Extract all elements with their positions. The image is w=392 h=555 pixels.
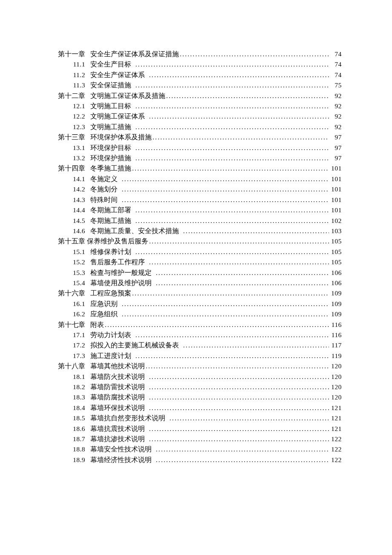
toc-entry-title: 工程应急预案 (90, 288, 131, 298)
toc-leader-dots (149, 403, 329, 413)
toc-entry-number: 12.1 (51, 101, 85, 111)
toc-entry-page: 109 (330, 299, 342, 309)
toc-entry-number: 16.1 (51, 299, 85, 309)
toc-section-entry: 18.7幕墙抗渗技术说明122 (51, 434, 342, 444)
toc-entry-number: 12.2 (51, 111, 85, 121)
toc-entry-number: 17.1 (51, 330, 85, 340)
toc-entry-number: 18.6 (51, 424, 85, 434)
toc-entry-number: 第十六章 (51, 288, 85, 298)
toc-entry-page: 101 (330, 205, 342, 215)
toc-section-entry: 18.5幕墙抗自然变形技术说明121 (51, 413, 342, 423)
toc-entry-title: 拟投入的主要施工机械设备表 (90, 340, 182, 350)
toc-entry-title: 冬施划分 (90, 184, 121, 194)
table-of-contents: 第十一章安全生产保证体系及保证措施7411.1安全生产目标7411.2安全生产保… (51, 49, 342, 465)
toc-entry-number: 18.7 (51, 434, 85, 444)
toc-section-entry: 18.1幕墙防火技术说明120 (51, 372, 342, 382)
toc-entry-number: 14.6 (51, 226, 85, 236)
toc-leader-dots (156, 278, 329, 288)
toc-leader-dots (180, 49, 329, 59)
toc-section-entry: 12.2文明施工保证体系92 (51, 111, 342, 121)
toc-entry-page: 120 (330, 372, 342, 382)
toc-entry-page: 92 (330, 101, 342, 111)
toc-entry-page: 92 (330, 122, 342, 132)
toc-entry-number: 18.4 (51, 403, 85, 413)
toc-entry-title: 环境保护体系及措施 (90, 132, 152, 142)
toc-leader-dots (149, 424, 329, 434)
toc-entry-number: 14.4 (51, 205, 85, 215)
toc-section-entry: 18.8幕墙安全性技术说明122 (51, 444, 342, 454)
toc-leader-dots (149, 257, 329, 267)
toc-section-entry: 14.3特殊时间101 (51, 195, 342, 205)
toc-entry-number: 15.2 (51, 257, 85, 267)
toc-entry-number: 14.5 (51, 216, 85, 226)
toc-entry-title: 幕墙抗渗技术说明 (90, 434, 148, 444)
toc-chapter-entry: 第十七章附表116 (51, 320, 342, 330)
toc-leader-dots (149, 111, 329, 121)
toc-section-entry: 13.2环境保护措施97 (51, 153, 342, 163)
toc-section-entry: 16.1应急识别109 (51, 299, 342, 309)
toc-section-entry: 18.4幕墙环保技术说明121 (51, 403, 342, 413)
toc-entry-title: 文明施工保证体系及措施 (90, 91, 165, 101)
toc-section-entry: 14.4冬期施工部署101 (51, 205, 342, 215)
toc-entry-number: 18.2 (51, 382, 85, 392)
toc-entry-page: 97 (330, 132, 342, 142)
toc-section-entry: 11.2安全生产保证体系74 (51, 70, 342, 80)
toc-entry-number: 12.3 (51, 122, 85, 132)
toc-entry-page: 74 (330, 49, 342, 59)
toc-leader-dots (135, 59, 329, 69)
toc-entry-page: 101 (330, 184, 342, 194)
toc-leader-dots (183, 340, 329, 350)
toc-entry-page: 119 (330, 351, 342, 361)
toc-entry-page: 92 (330, 111, 342, 121)
toc-chapter-entry: 第十六章工程应急预案109 (51, 288, 342, 298)
toc-section-entry: 17.1劳动力计划表116 (51, 330, 342, 340)
toc-leader-dots (135, 247, 329, 257)
toc-leader-dots (122, 184, 329, 194)
toc-section-entry: 17.3施工进度计划119 (51, 351, 342, 361)
toc-entry-page: 121 (330, 424, 342, 434)
toc-chapter-entry: 第十五章保养维护及售后服务105 (51, 236, 342, 246)
toc-leader-dots (122, 309, 329, 319)
toc-entry-title: 劳动力计划表 (90, 330, 135, 340)
toc-entry-title: 幕墙防腐技术说明 (90, 392, 148, 402)
toc-section-entry: 18.2幕墙防雷技术说明120 (51, 382, 342, 392)
toc-entry-title: 环境保护措施 (90, 153, 135, 163)
toc-entry-page: 122 (330, 434, 342, 444)
toc-leader-dots (146, 361, 329, 371)
toc-entry-page: 105 (330, 257, 342, 267)
toc-entry-title: 幕墙经济性技术说明 (90, 455, 155, 465)
toc-chapter-entry: 第十三章环境保护体系及措施97 (51, 132, 342, 142)
toc-entry-title: 冬期施工质量、安全技术措施 (90, 226, 182, 236)
toc-entry-number: 18.9 (51, 455, 85, 465)
toc-section-entry: 18.3幕墙防腐技术说明120 (51, 392, 342, 402)
toc-chapter-entry: 第十一章安全生产保证体系及保证措施74 (51, 49, 342, 59)
toc-leader-dots (135, 153, 329, 163)
toc-entry-page: 122 (330, 455, 342, 465)
toc-entry-number: 13.2 (51, 153, 85, 163)
toc-entry-page: 92 (330, 91, 342, 101)
toc-entry-number: 18.8 (51, 444, 85, 454)
toc-entry-page: 103 (330, 226, 342, 236)
toc-leader-dots (153, 132, 329, 142)
toc-leader-dots (156, 455, 329, 465)
toc-leader-dots (170, 413, 329, 423)
toc-entry-title: 附表 (90, 320, 104, 330)
toc-entry-title: 幕墙抗自然变形技术说明 (90, 413, 169, 423)
toc-entry-page: 74 (330, 59, 342, 69)
toc-entry-title: 幕墙安全性技术说明 (90, 444, 155, 454)
toc-leader-dots (156, 268, 329, 278)
toc-section-entry: 12.1文明施工目标92 (51, 101, 342, 111)
toc-leader-dots (149, 236, 329, 246)
toc-chapter-entry: 第十二章文明施工保证体系及措施92 (51, 91, 342, 101)
toc-entry-page: 97 (330, 143, 342, 153)
toc-entry-page: 121 (330, 413, 342, 423)
toc-entry-title: 安全生产目标 (90, 59, 135, 69)
toc-entry-number: 第十二章 (51, 91, 85, 101)
toc-leader-dots (135, 205, 329, 215)
toc-entry-title: 幕墙防雷技术说明 (90, 382, 148, 392)
toc-entry-page: 105 (330, 247, 342, 257)
toc-chapter-entry: 第十四章冬季施工措施101 (51, 163, 342, 173)
toc-entry-number: 13.1 (51, 143, 85, 153)
toc-entry-title: 应急识别 (90, 299, 121, 309)
toc-entry-number: 14.2 (51, 184, 85, 194)
